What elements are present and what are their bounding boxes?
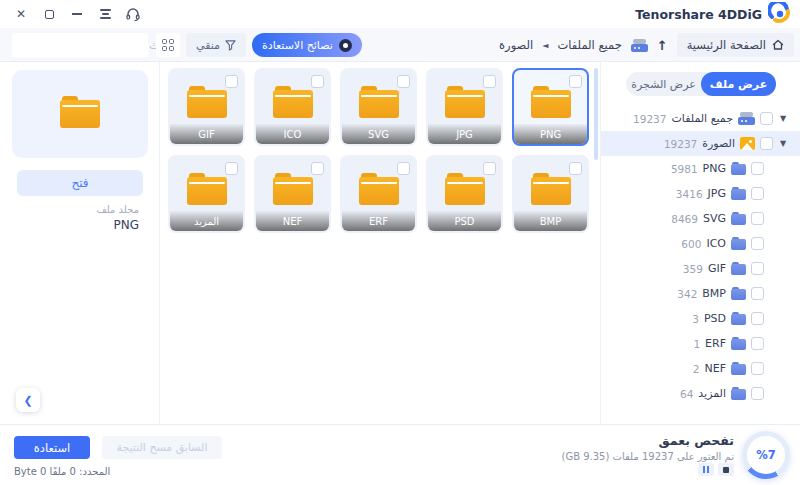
checkbox[interactable] (751, 387, 764, 400)
brand: Tenorshare 4DDiG (635, 0, 792, 28)
tile-label-band: JPG (428, 124, 501, 144)
folder-icon (731, 287, 746, 300)
folder-icon (531, 86, 571, 118)
tree-row[interactable]: BMP342 (601, 281, 800, 306)
scrollbar-thumb[interactable] (594, 68, 598, 160)
recover-button[interactable]: استعادة (14, 436, 90, 459)
search-input[interactable] (19, 38, 178, 53)
checkbox[interactable] (751, 337, 764, 350)
open-label: فتح (71, 176, 88, 190)
folder-icon (731, 362, 746, 375)
minimize-icon[interactable] (70, 7, 84, 21)
checkbox[interactable] (751, 362, 764, 375)
up-arrow-icon[interactable]: ↑ (657, 38, 668, 53)
checkbox[interactable] (751, 162, 764, 175)
checkbox[interactable] (751, 287, 764, 300)
grid-view-button[interactable] (156, 33, 180, 57)
tree-row[interactable]: ERF1 (601, 331, 800, 356)
folder-icon (445, 173, 485, 205)
funnel-icon (225, 40, 236, 51)
checkbox[interactable] (397, 75, 410, 88)
support-headset-icon[interactable] (126, 7, 140, 21)
folder-icon (60, 96, 100, 128)
checkbox[interactable] (760, 137, 773, 150)
tree-row[interactable]: ▼جميع الملفات19237 (601, 106, 800, 131)
chevron-left-icon: ❮ (23, 394, 32, 407)
checkbox[interactable] (569, 75, 582, 88)
checkbox[interactable] (751, 262, 764, 275)
tile-label-band: ERF (342, 211, 415, 231)
file-type-grid: PNGJPGSVGICOGIFBMPPSDERFNEFالمزيد (167, 68, 589, 233)
checkbox[interactable] (760, 112, 773, 125)
expand-caret-icon[interactable]: ▼ (778, 114, 788, 123)
breadcrumb-current[interactable]: الصورة (499, 38, 533, 52)
close-icon[interactable]: ✕ (14, 7, 28, 21)
checkbox[interactable] (311, 75, 324, 88)
app-logo-icon (768, 2, 792, 26)
checkbox[interactable] (569, 162, 582, 175)
expand-caret-icon[interactable]: ▼ (778, 139, 788, 148)
tree-row[interactable]: SVG8469 (601, 206, 800, 231)
clear-result-button[interactable]: السابق مسح النتيجة (102, 436, 222, 459)
scan-title: تفحص بعمق (658, 433, 734, 448)
scan-progress-ring: %7 (742, 431, 790, 479)
open-button[interactable]: فتح (17, 170, 143, 196)
maximize-icon[interactable] (42, 7, 56, 21)
home-button[interactable]: الصفحة الرئيسية (677, 33, 794, 57)
checkbox[interactable] (225, 162, 238, 175)
tree-row[interactable]: JPG3416 (601, 181, 800, 206)
checkbox[interactable] (483, 162, 496, 175)
file-type-tile[interactable]: JPG (426, 68, 503, 146)
drive-icon (631, 39, 648, 52)
tile-label: JPG (456, 129, 473, 140)
checkbox[interactable] (397, 162, 410, 175)
tree-row[interactable]: المزيد64 (601, 381, 800, 406)
tree-row[interactable]: PSD3 (601, 306, 800, 331)
checkbox[interactable] (751, 237, 764, 250)
folder-icon (445, 86, 485, 118)
nav-right: الصفحة الرئيسية ↑ جميع الملفات ◄ الصورة (499, 33, 794, 57)
app-window: ✕ Tenorshare 4DDiG منقي (0, 0, 800, 485)
tree-row[interactable]: ▼الصورة19237 (601, 131, 800, 156)
camera-icon (339, 39, 352, 52)
checkbox[interactable] (225, 75, 238, 88)
pause-icon (703, 466, 709, 473)
tree-item-count: 600 (681, 238, 701, 250)
tab-tree-view[interactable]: عرض الشجرة (626, 72, 701, 96)
title-bar: ✕ Tenorshare 4DDiG (0, 0, 800, 28)
filter-button[interactable]: منقي (186, 33, 246, 57)
file-type-tile[interactable]: PNG (512, 68, 589, 146)
checkbox[interactable] (311, 162, 324, 175)
file-type-tile[interactable]: SVG (340, 68, 417, 146)
file-type-tile[interactable]: BMP (512, 155, 589, 233)
tree-row[interactable]: NEF2 (601, 356, 800, 381)
image-icon (740, 137, 755, 150)
file-type-tile[interactable]: GIF (168, 68, 245, 146)
checkbox[interactable] (751, 212, 764, 225)
clear-result-label: السابق مسح النتيجة (117, 441, 208, 454)
preview-thumbnail (12, 70, 148, 158)
file-type-tile[interactable]: PSD (426, 155, 503, 233)
checkbox[interactable] (751, 187, 764, 200)
folder-icon (731, 237, 746, 250)
file-type-tile[interactable]: NEF (254, 155, 331, 233)
tab-file-view[interactable]: عرض ملف (701, 72, 776, 96)
tile-label: ICO (284, 129, 302, 140)
file-type-tile[interactable]: ICO (254, 68, 331, 146)
recovery-tips-button[interactable]: نصائح الاستعادة (252, 33, 362, 57)
file-type-tile[interactable]: ERF (340, 155, 417, 233)
tree-row[interactable]: ICO600 (601, 231, 800, 256)
tree-item-label: JPG (708, 187, 726, 200)
tree-row[interactable]: PNG5981 (601, 156, 800, 181)
file-type-tile[interactable]: المزيد (168, 155, 245, 233)
pause-scan-button[interactable] (698, 463, 714, 476)
file-type-label: مجلد ملف (96, 204, 139, 215)
folder-icon (731, 312, 746, 325)
tree-row[interactable]: GIF359 (601, 256, 800, 281)
checkbox[interactable] (483, 75, 496, 88)
stop-scan-button[interactable] (718, 463, 734, 476)
collapse-panel-button[interactable]: ❮ (16, 388, 40, 412)
menu-icon[interactable] (98, 7, 112, 21)
breadcrumb-parent[interactable]: جميع الملفات (557, 38, 621, 52)
checkbox[interactable] (751, 312, 764, 325)
